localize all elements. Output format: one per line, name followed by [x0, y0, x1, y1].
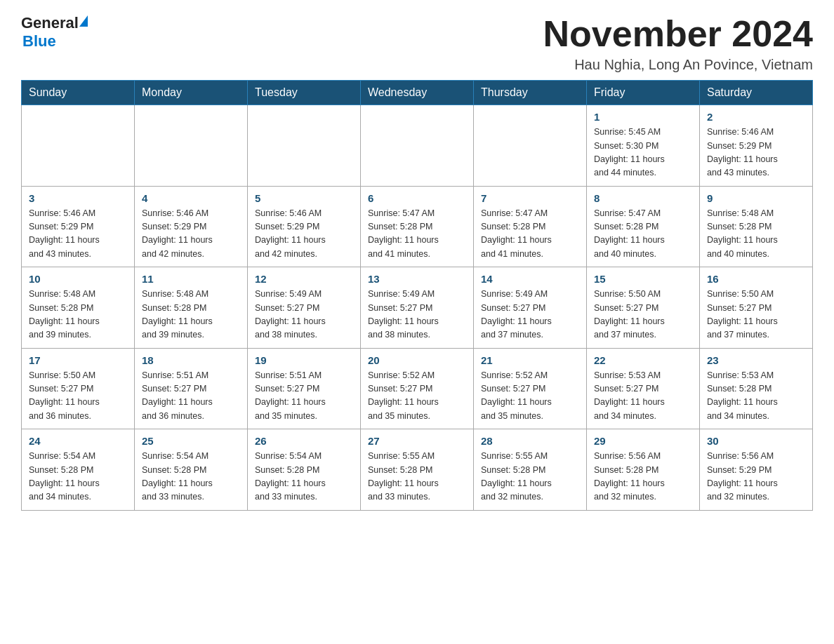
info-line: Daylight: 11 hours — [368, 316, 439, 326]
info-line: and 37 minutes. — [594, 330, 656, 340]
day-cell: 9Sunrise: 5:48 AMSunset: 5:28 PMDaylight… — [700, 186, 813, 267]
day-cell: 13Sunrise: 5:49 AMSunset: 5:27 PMDayligh… — [361, 267, 474, 349]
week-row-2: 3Sunrise: 5:46 AMSunset: 5:29 PMDaylight… — [22, 186, 813, 267]
day-number: 8 — [594, 192, 692, 204]
day-number: 28 — [481, 435, 579, 447]
info-line: and 38 minutes. — [368, 330, 430, 340]
info-line: Sunset: 5:27 PM — [255, 303, 319, 313]
info-line: Sunset: 5:29 PM — [29, 222, 93, 232]
day-info: Sunrise: 5:48 AMSunset: 5:28 PMDaylight:… — [707, 207, 805, 262]
col-header-thursday: Thursday — [474, 81, 587, 105]
header-row: SundayMondayTuesdayWednesdayThursdayFrid… — [22, 81, 813, 105]
info-line: Sunrise: 5:51 AM — [255, 370, 322, 380]
info-line: Sunrise: 5:47 AM — [481, 208, 548, 218]
info-line: Daylight: 11 hours — [481, 478, 552, 488]
info-line: and 35 minutes. — [368, 411, 430, 421]
day-number: 13 — [368, 273, 466, 285]
info-line: Sunset: 5:27 PM — [481, 303, 545, 313]
info-line: and 40 minutes. — [707, 249, 769, 259]
info-line: and 37 minutes. — [481, 330, 543, 340]
info-line: Daylight: 11 hours — [29, 316, 100, 326]
info-line: Daylight: 11 hours — [29, 235, 100, 245]
day-number: 16 — [707, 273, 805, 285]
day-info: Sunrise: 5:49 AMSunset: 5:27 PMDaylight:… — [255, 288, 353, 342]
info-line: Sunrise: 5:53 AM — [707, 370, 774, 380]
day-cell: 12Sunrise: 5:49 AMSunset: 5:27 PMDayligh… — [248, 267, 361, 349]
day-cell: 4Sunrise: 5:46 AMSunset: 5:29 PMDaylight… — [135, 186, 248, 267]
day-cell: 18Sunrise: 5:51 AMSunset: 5:27 PMDayligh… — [135, 348, 248, 429]
info-line: and 35 minutes. — [255, 411, 317, 421]
day-number: 9 — [707, 192, 805, 204]
info-line: and 33 minutes. — [255, 492, 317, 502]
info-line: Daylight: 11 hours — [142, 478, 213, 488]
day-number: 30 — [707, 435, 805, 447]
info-line: Sunset: 5:27 PM — [142, 384, 206, 394]
info-line: Sunset: 5:28 PM — [594, 222, 658, 232]
day-number: 22 — [594, 354, 692, 366]
day-cell — [135, 105, 248, 187]
day-number: 17 — [29, 354, 127, 366]
day-number: 5 — [255, 192, 353, 204]
day-cell: 14Sunrise: 5:49 AMSunset: 5:27 PMDayligh… — [474, 267, 587, 349]
day-cell: 25Sunrise: 5:54 AMSunset: 5:28 PMDayligh… — [135, 429, 248, 511]
info-line: Daylight: 11 hours — [368, 235, 439, 245]
day-cell: 6Sunrise: 5:47 AMSunset: 5:28 PMDaylight… — [361, 186, 474, 267]
info-line: Sunrise: 5:46 AM — [255, 208, 322, 218]
calendar-table: SundayMondayTuesdayWednesdayThursdayFrid… — [21, 80, 813, 511]
info-line: Sunrise: 5:53 AM — [594, 370, 661, 380]
info-line: and 36 minutes. — [142, 411, 204, 421]
info-line: Daylight: 11 hours — [707, 235, 778, 245]
day-info: Sunrise: 5:47 AMSunset: 5:28 PMDaylight:… — [481, 207, 579, 262]
info-line: Sunset: 5:28 PM — [594, 465, 658, 475]
info-line: Daylight: 11 hours — [142, 235, 213, 245]
day-info: Sunrise: 5:46 AMSunset: 5:29 PMDaylight:… — [142, 207, 240, 262]
info-line: and 32 minutes. — [481, 492, 543, 502]
info-line: Sunrise: 5:56 AM — [707, 451, 774, 461]
day-info: Sunrise: 5:53 AMSunset: 5:27 PMDaylight:… — [594, 369, 692, 424]
day-number: 23 — [707, 354, 805, 366]
day-number: 19 — [255, 354, 353, 366]
day-info: Sunrise: 5:51 AMSunset: 5:27 PMDaylight:… — [142, 369, 240, 424]
logo: General Blue — [21, 14, 88, 51]
day-number: 10 — [29, 273, 127, 285]
info-line: Daylight: 11 hours — [594, 316, 665, 326]
info-line: Sunrise: 5:56 AM — [594, 451, 661, 461]
info-line: Sunrise: 5:54 AM — [142, 451, 208, 461]
info-line: and 38 minutes. — [255, 330, 317, 340]
info-line: Daylight: 11 hours — [594, 235, 665, 245]
day-cell: 7Sunrise: 5:47 AMSunset: 5:28 PMDaylight… — [474, 186, 587, 267]
info-line: Sunrise: 5:51 AM — [142, 370, 208, 380]
day-info: Sunrise: 5:53 AMSunset: 5:28 PMDaylight:… — [707, 369, 805, 424]
title-area: November 2024 Hau Nghia, Long An Povince… — [543, 14, 813, 73]
info-line: Sunset: 5:28 PM — [481, 222, 545, 232]
info-line: Sunset: 5:27 PM — [255, 384, 319, 394]
day-number: 4 — [142, 192, 240, 204]
day-cell: 24Sunrise: 5:54 AMSunset: 5:28 PMDayligh… — [22, 429, 135, 511]
info-line: Sunset: 5:27 PM — [481, 384, 545, 394]
location-subtitle: Hau Nghia, Long An Povince, Vietnam — [543, 57, 813, 73]
info-line: Daylight: 11 hours — [481, 316, 552, 326]
info-line: Daylight: 11 hours — [255, 397, 326, 407]
day-info: Sunrise: 5:49 AMSunset: 5:27 PMDaylight:… — [481, 288, 579, 342]
day-number: 15 — [594, 273, 692, 285]
info-line: Daylight: 11 hours — [29, 397, 100, 407]
info-line: Sunrise: 5:50 AM — [707, 289, 774, 299]
col-header-sunday: Sunday — [22, 81, 135, 105]
info-line: Daylight: 11 hours — [594, 478, 665, 488]
info-line: Daylight: 11 hours — [368, 478, 439, 488]
info-line: Sunset: 5:29 PM — [707, 465, 772, 475]
info-line: Sunrise: 5:49 AM — [481, 289, 548, 299]
info-line: and 36 minutes. — [29, 411, 91, 421]
info-line: Sunrise: 5:55 AM — [481, 451, 548, 461]
logo-triangle-icon — [79, 15, 88, 27]
day-cell: 21Sunrise: 5:52 AMSunset: 5:27 PMDayligh… — [474, 348, 587, 429]
day-number: 3 — [29, 192, 127, 204]
day-cell: 22Sunrise: 5:53 AMSunset: 5:27 PMDayligh… — [587, 348, 700, 429]
day-cell: 23Sunrise: 5:53 AMSunset: 5:28 PMDayligh… — [700, 348, 813, 429]
info-line: Sunset: 5:28 PM — [142, 465, 206, 475]
day-cell — [248, 105, 361, 187]
day-cell: 26Sunrise: 5:54 AMSunset: 5:28 PMDayligh… — [248, 429, 361, 511]
day-number: 29 — [594, 435, 692, 447]
info-line: and 41 minutes. — [481, 249, 543, 259]
info-line: Sunrise: 5:49 AM — [255, 289, 322, 299]
